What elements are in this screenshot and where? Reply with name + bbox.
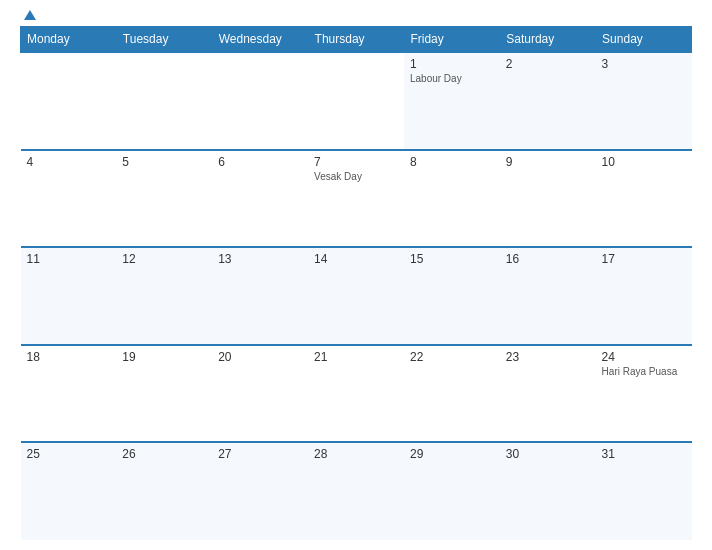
calendar-cell: 18 [21, 345, 117, 443]
column-header-thursday: Thursday [308, 27, 404, 53]
calendar-cell: 4 [21, 150, 117, 248]
calendar-cell: 9 [500, 150, 596, 248]
column-header-tuesday: Tuesday [116, 27, 212, 53]
calendar-cell: 7Vesak Day [308, 150, 404, 248]
calendar-cell: 6 [212, 150, 308, 248]
calendar-week-row: 25262728293031 [21, 442, 692, 540]
top-bar [20, 10, 692, 20]
day-number: 12 [122, 252, 206, 266]
column-header-friday: Friday [404, 27, 500, 53]
calendar-cell: 27 [212, 442, 308, 540]
calendar-cell: 1Labour Day [404, 52, 500, 150]
day-number: 20 [218, 350, 302, 364]
calendar-week-row: 18192021222324Hari Raya Puasa [21, 345, 692, 443]
calendar-cell: 5 [116, 150, 212, 248]
calendar-cell: 26 [116, 442, 212, 540]
day-number: 21 [314, 350, 398, 364]
day-number: 11 [27, 252, 111, 266]
day-number: 15 [410, 252, 494, 266]
calendar-cell: 8 [404, 150, 500, 248]
day-number: 6 [218, 155, 302, 169]
calendar-cell: 12 [116, 247, 212, 345]
day-number: 3 [602, 57, 686, 71]
day-number: 23 [506, 350, 590, 364]
calendar-cell: 16 [500, 247, 596, 345]
calendar-cell: 28 [308, 442, 404, 540]
calendar-cell: 14 [308, 247, 404, 345]
day-number: 16 [506, 252, 590, 266]
calendar-cell: 11 [21, 247, 117, 345]
day-number: 13 [218, 252, 302, 266]
logo [20, 10, 36, 20]
calendar-cell: 15 [404, 247, 500, 345]
holiday-label: Hari Raya Puasa [602, 366, 686, 377]
calendar-cell [21, 52, 117, 150]
day-number: 29 [410, 447, 494, 461]
holiday-label: Vesak Day [314, 171, 398, 182]
calendar-table: MondayTuesdayWednesdayThursdayFridaySatu… [20, 26, 692, 540]
calendar-cell: 2 [500, 52, 596, 150]
day-number: 18 [27, 350, 111, 364]
day-number: 4 [27, 155, 111, 169]
day-number: 17 [602, 252, 686, 266]
calendar-cell: 25 [21, 442, 117, 540]
calendar-cell: 20 [212, 345, 308, 443]
calendar-week-row: 11121314151617 [21, 247, 692, 345]
day-number: 7 [314, 155, 398, 169]
day-number: 27 [218, 447, 302, 461]
calendar-cell: 24Hari Raya Puasa [596, 345, 692, 443]
calendar-cell: 19 [116, 345, 212, 443]
calendar-cell [212, 52, 308, 150]
holiday-label: Labour Day [410, 73, 494, 84]
day-number: 28 [314, 447, 398, 461]
calendar-week-row: 4567Vesak Day8910 [21, 150, 692, 248]
day-number: 14 [314, 252, 398, 266]
day-number: 24 [602, 350, 686, 364]
calendar-cell: 3 [596, 52, 692, 150]
column-header-sunday: Sunday [596, 27, 692, 53]
day-number: 9 [506, 155, 590, 169]
calendar-cell: 21 [308, 345, 404, 443]
day-number: 31 [602, 447, 686, 461]
day-number: 2 [506, 57, 590, 71]
calendar-cell: 10 [596, 150, 692, 248]
day-number: 25 [27, 447, 111, 461]
calendar-cell: 22 [404, 345, 500, 443]
column-header-wednesday: Wednesday [212, 27, 308, 53]
calendar-week-row: 1Labour Day23 [21, 52, 692, 150]
logo-blue-text [20, 10, 36, 20]
calendar-header-row: MondayTuesdayWednesdayThursdayFridaySatu… [21, 27, 692, 53]
day-number: 10 [602, 155, 686, 169]
calendar-cell: 30 [500, 442, 596, 540]
day-number: 5 [122, 155, 206, 169]
calendar-cell: 31 [596, 442, 692, 540]
day-number: 30 [506, 447, 590, 461]
column-header-monday: Monday [21, 27, 117, 53]
day-number: 1 [410, 57, 494, 71]
column-header-saturday: Saturday [500, 27, 596, 53]
day-number: 8 [410, 155, 494, 169]
logo-triangle-icon [24, 10, 36, 20]
calendar-cell: 29 [404, 442, 500, 540]
calendar-cell: 13 [212, 247, 308, 345]
calendar-cell [116, 52, 212, 150]
day-number: 22 [410, 350, 494, 364]
calendar-cell: 17 [596, 247, 692, 345]
calendar-cell: 23 [500, 345, 596, 443]
day-number: 19 [122, 350, 206, 364]
calendar-cell [308, 52, 404, 150]
day-number: 26 [122, 447, 206, 461]
